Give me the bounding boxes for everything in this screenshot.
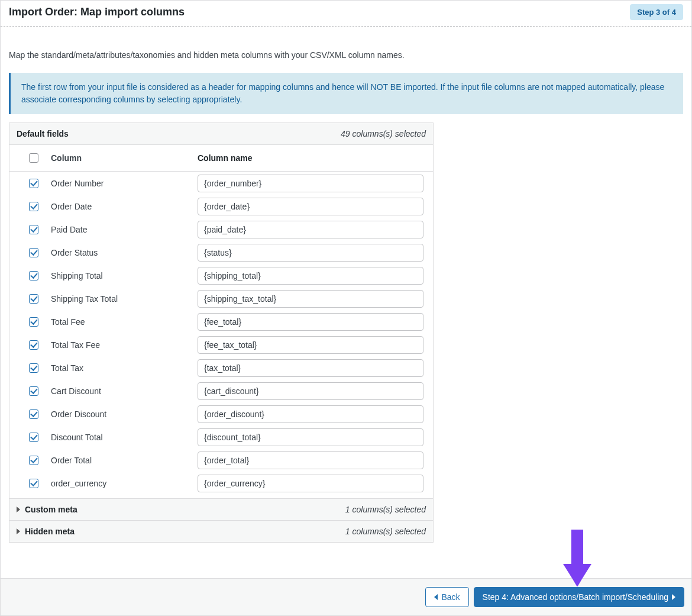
row-check-cell [15,362,51,375]
hidden-meta-label: Hidden meta [25,527,75,536]
row-checkbox[interactable] [29,202,38,211]
row-check-cell [15,431,51,444]
row-column-input-cell [198,221,427,238]
row-checkbox[interactable] [29,479,38,488]
table-row: Total Tax Fee [9,333,433,356]
column-name-input[interactable] [198,405,423,423]
page-header: Import Order: Map import columns Step 3 … [1,1,691,27]
row-checkbox[interactable] [29,294,38,304]
column-name-input[interactable] [198,267,423,285]
table-row: Order Total [9,449,433,472]
row-column-label: Shipping Total [51,271,198,280]
row-column-label: Total Tax Fee [51,340,198,350]
row-checkbox[interactable] [29,271,38,280]
row-column-label: Paid Date [51,225,198,234]
column-name-input[interactable] [198,382,423,400]
row-checkbox[interactable] [29,225,38,234]
chevron-left-icon [434,594,438,600]
row-checkbox[interactable] [29,456,38,465]
table-row: Order Status [9,241,433,264]
row-column-label: Order Total [51,456,198,465]
table-row: Order Number [9,172,433,195]
next-step-button-label: Step 4: Advanced options/Batch import/Sc… [483,592,668,602]
import-mapping-frame: Import Order: Map import columns Step 3 … [0,0,692,616]
row-column-label: Discount Total [51,433,198,442]
row-column-input-cell [198,267,427,285]
default-fields-count: 49 columns(s) selected [341,129,426,138]
row-check-cell [15,200,51,213]
row-checkbox[interactable] [29,386,38,396]
row-check-cell [15,269,51,282]
row-check-cell [15,177,51,190]
row-column-input-cell [198,198,427,215]
column-header-label: Column [51,153,198,163]
back-button[interactable]: Back [425,587,468,607]
row-check-cell [15,408,51,421]
row-check-cell [15,292,51,305]
row-column-label: Order Discount [51,409,198,419]
column-name-input[interactable] [198,198,423,215]
row-checkbox[interactable] [29,340,38,350]
default-fields-header[interactable]: Default fields 49 columns(s) selected [9,123,433,145]
row-column-input-cell [198,475,427,492]
row-column-label: Order Number [51,179,198,188]
table-row: Paid Date [9,218,433,241]
hidden-meta-count: 1 columns(s) selected [345,527,426,536]
table-row: Total Tax [9,356,433,379]
row-column-input-cell [198,428,427,446]
table-row: Cart Discount [9,379,433,402]
row-checkbox[interactable] [29,317,38,327]
column-header-name: Column name [198,153,427,163]
column-name-input[interactable] [198,359,423,377]
row-column-label: Total Tax [51,363,198,373]
hidden-meta-header[interactable]: Hidden meta 1 columns(s) selected [9,520,433,542]
row-column-label: Shipping Tax Total [51,294,198,304]
table-body: Order NumberOrder DatePaid DateOrder Sta… [9,172,433,498]
column-name-input[interactable] [198,175,423,192]
column-name-input[interactable] [198,313,423,331]
row-check-cell [15,246,51,259]
step-indicator-badge: Step 3 of 4 [630,4,683,20]
row-check-cell [15,454,51,467]
mapping-table: Column Column name Order NumberOrder Dat… [9,145,433,498]
column-name-input[interactable] [198,428,423,446]
column-name-input[interactable] [198,221,423,238]
row-checkbox[interactable] [29,433,38,442]
back-button-label: Back [441,592,460,602]
row-checkbox[interactable] [29,179,38,188]
page-title: Import Order: Map import columns [9,6,185,18]
table-row: Order Date [9,195,433,218]
row-checkbox[interactable] [29,409,38,419]
table-header-row: Column Column name [9,145,433,172]
select-all-checkbox[interactable] [29,153,38,163]
custom-meta-count: 1 columns(s) selected [345,505,426,514]
column-name-input[interactable] [198,290,423,308]
row-column-label: Order Date [51,202,198,211]
page-content: Map the standard/meta/attributes/taxonom… [1,27,691,578]
row-check-cell [15,315,51,328]
custom-meta-label: Custom meta [25,505,77,514]
column-name-input[interactable] [198,451,423,469]
default-fields-title: Default fields [17,129,69,138]
row-check-cell [15,338,51,351]
column-name-input[interactable] [198,475,423,492]
next-step-button[interactable]: Step 4: Advanced options/Batch import/Sc… [474,587,684,607]
table-row: Discount Total [9,425,433,449]
row-check-cell [15,385,51,398]
row-column-label: Order Status [51,248,198,257]
info-notice: The first row from your input file is co… [9,73,683,114]
row-column-input-cell [198,313,427,331]
row-column-label: Cart Discount [51,386,198,396]
custom-meta-header[interactable]: Custom meta 1 columns(s) selected [9,498,433,520]
table-row: Shipping Total [9,264,433,287]
chevron-right-icon [17,507,20,512]
column-name-input[interactable] [198,336,423,354]
row-checkbox[interactable] [29,363,38,373]
row-checkbox[interactable] [29,248,38,257]
row-column-input-cell [198,382,427,400]
column-name-input[interactable] [198,244,423,262]
chevron-right-icon [672,594,675,600]
row-column-label: order_currency [51,479,198,488]
row-check-cell [15,223,51,236]
row-check-cell [15,477,51,490]
